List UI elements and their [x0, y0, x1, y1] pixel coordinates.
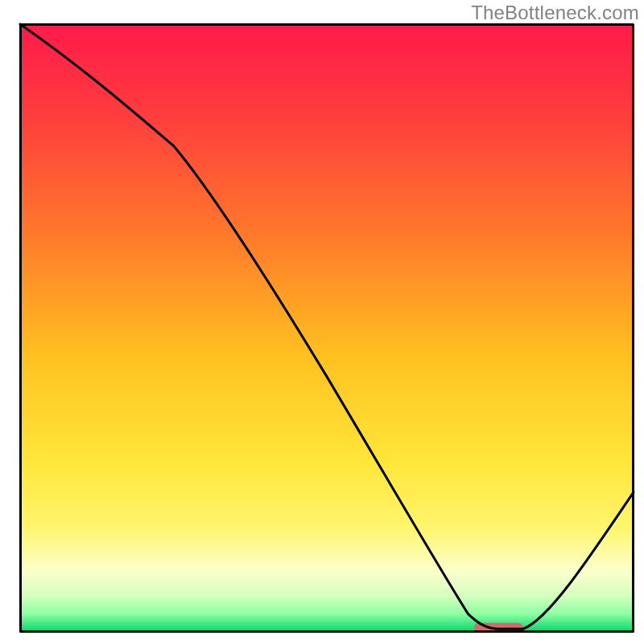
chart-container: TheBottleneck.com — [0, 0, 644, 644]
watermark-text: TheBottleneck.com — [471, 2, 639, 24]
bottleneck-chart-canvas — [0, 0, 644, 644]
